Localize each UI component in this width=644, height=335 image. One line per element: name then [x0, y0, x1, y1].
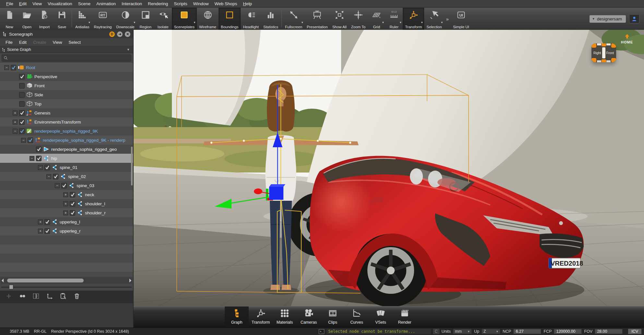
- toolbar-item-transform[interactable]: Transform▼: [403, 8, 424, 30]
- scroll-left-icon[interactable]: [2, 279, 4, 282]
- up-axis-dropdown[interactable]: Z ▼: [482, 329, 500, 334]
- toolbar-overflow-button[interactable]: »: [444, 8, 451, 30]
- menu-web-shops[interactable]: Web Shops: [212, 1, 240, 6]
- slider-handle[interactable]: [9, 285, 13, 289]
- cube-corner[interactable]: [591, 43, 596, 48]
- cube-corner[interactable]: [611, 43, 616, 48]
- dock-item-clips[interactable]: Clips: [321, 306, 345, 328]
- chevron-down-icon[interactable]: ▼: [193, 21, 196, 24]
- units-dropdown[interactable]: mm ▼: [453, 329, 472, 334]
- menu-rendering[interactable]: Rendering: [145, 1, 171, 6]
- detach-panel-button[interactable]: D: [109, 31, 115, 37]
- tree-row-renderpeople-sophia-rigged-9k-renderp[interactable]: −renderpeople_sophia_rigged_9K - renderp: [0, 136, 133, 145]
- expand-icon[interactable]: +: [63, 210, 68, 215]
- menu-file[interactable]: File: [3, 1, 16, 6]
- dock-item-curves[interactable]: Curves: [345, 306, 369, 328]
- toolbar-item-ruler[interactable]: 0 1 2Ruler▼: [385, 8, 403, 30]
- menu-scene[interactable]: Scene: [75, 1, 93, 6]
- toolbar-item-selection[interactable]: Selection▼: [424, 8, 444, 30]
- paste-transform-icon[interactable]: [60, 293, 67, 301]
- view-cube[interactable]: Right Front: [591, 43, 616, 62]
- expand-icon[interactable]: +: [13, 120, 18, 125]
- visibility-checkbox[interactable]: [28, 138, 33, 143]
- visibility-checkbox[interactable]: [19, 119, 25, 125]
- toolbar-item-presentation[interactable]: Presentation: [304, 8, 330, 30]
- dock-item-transform[interactable]: Transform: [249, 306, 273, 328]
- undock-panel-button[interactable]: ➜: [117, 31, 123, 37]
- expand-icon[interactable]: +: [63, 201, 68, 206]
- tree-row-front[interactable]: Front: [0, 81, 133, 90]
- collapse-icon[interactable]: −: [21, 138, 26, 143]
- tree-row-root[interactable]: −Root: [0, 63, 133, 72]
- visibility-checkbox[interactable]: [19, 110, 25, 116]
- tree-horizontal-scrollbar[interactable]: [1, 277, 132, 284]
- tree-vertical-scrollbar[interactable]: [131, 147, 133, 185]
- scenegraph-menu-edit[interactable]: Edit: [16, 40, 30, 45]
- ncp-field[interactable]: 6.27: [513, 329, 541, 334]
- search-input[interactable]: [8, 56, 129, 60]
- toolbar-item-downscale[interactable]: Downscale▼: [114, 8, 137, 30]
- visibility-checkbox[interactable]: [53, 174, 58, 179]
- tree-row-hip[interactable]: −hip: [0, 154, 133, 163]
- transform-node-icon[interactable]: [46, 293, 53, 301]
- visibility-checkbox[interactable]: [61, 183, 67, 188]
- toolbar-item-zoom-to[interactable]: Zoom To: [349, 8, 368, 30]
- dock-item-render[interactable]: Render: [393, 306, 417, 328]
- measure-icon[interactable]: [32, 293, 40, 301]
- collapse-icon[interactable]: −: [13, 129, 18, 134]
- collapse-icon[interactable]: −: [30, 156, 34, 161]
- visibility-checkbox[interactable]: [70, 192, 75, 197]
- show-hidden-icon[interactable]: [19, 293, 26, 301]
- home-view-button[interactable]: HOME: [621, 34, 633, 44]
- collapse-icon[interactable]: −: [38, 165, 43, 170]
- tree-row-upperleg-l[interactable]: +upperleg_l: [0, 217, 133, 226]
- collapse-icon[interactable]: −: [4, 65, 9, 70]
- cube-face-front[interactable]: Front: [606, 51, 614, 55]
- menu-edit[interactable]: Edit: [16, 1, 30, 6]
- tree-row-genesis[interactable]: +AGenesis: [0, 108, 133, 117]
- toolbar-item-antialias[interactable]: Antialias▼: [73, 8, 91, 30]
- expand-icon[interactable]: +: [13, 111, 18, 115]
- dock-item-vsets[interactable]: VSets: [369, 306, 393, 328]
- close-panel-button[interactable]: ✕: [125, 31, 130, 37]
- visibility-checkbox[interactable]: [19, 74, 25, 79]
- toolbar-item-sceneplates[interactable]: Sceneplates▼: [172, 8, 197, 30]
- fcp-field[interactable]: 120000.00: [554, 329, 582, 334]
- tree-row-shoulder-r[interactable]: +shoulder_r: [0, 208, 133, 217]
- toolbar-item-isolate[interactable]: Isolate: [154, 8, 172, 30]
- expand-icon[interactable]: +: [38, 229, 43, 233]
- visibility-checkbox[interactable]: [44, 228, 50, 234]
- cube-corner[interactable]: [611, 58, 616, 62]
- chevron-down-icon[interactable]: ▼: [133, 21, 136, 24]
- dock-item-graph[interactable]: Graph: [225, 306, 249, 328]
- menu-interaction[interactable]: Interaction: [119, 1, 145, 6]
- tree-row-environmentstransform[interactable]: +EnvironmentsTransform: [0, 117, 133, 126]
- menu-window[interactable]: Window: [190, 1, 212, 6]
- tree-row-top[interactable]: Top: [0, 99, 133, 108]
- cube-face-right[interactable]: Right: [593, 51, 601, 55]
- menu-scripts[interactable]: Scripts: [171, 1, 190, 6]
- tree-row-spine-01[interactable]: −spine_01: [0, 163, 133, 172]
- chevron-down-icon[interactable]: ▼: [88, 21, 91, 24]
- toolbar-item-new[interactable]: New: [1, 8, 18, 30]
- dock-item-cameras[interactable]: Cameras: [297, 306, 321, 328]
- cube-corner[interactable]: [591, 58, 596, 62]
- dock-item-materials[interactable]: Materials: [273, 306, 297, 328]
- chevron-down-icon[interactable]: ▼: [421, 21, 423, 24]
- collapse-icon[interactable]: −: [55, 183, 60, 188]
- cube-edge[interactable]: [602, 47, 605, 58]
- toolbar-item-import[interactable]: Import: [36, 8, 53, 30]
- toolbar-item-raytracing[interactable]: RTRaytracing: [91, 8, 114, 30]
- tree-zoom-slider[interactable]: [1, 284, 132, 290]
- expand-icon[interactable]: +: [63, 192, 68, 197]
- expand-icon[interactable]: +: [38, 220, 43, 224]
- chevron-down-icon[interactable]: ▼: [441, 21, 443, 24]
- toolbar-item-statistics[interactable]: Statistics: [261, 8, 280, 30]
- console-button[interactable]: C: [433, 329, 439, 334]
- tree-row-renderpeople-sophia-rigged-geo[interactable]: renderpeople_sophia_rigged_geo: [0, 145, 133, 154]
- render-viewport[interactable]: VRED2018: [134, 30, 644, 328]
- toolbar-item-grid[interactable]: Grid▼: [368, 8, 385, 30]
- fov-field[interactable]: 28.00: [595, 329, 623, 334]
- toolbar-item-open[interactable]: Open: [18, 8, 36, 30]
- tree-row-spine-03[interactable]: −spine_03: [0, 181, 133, 190]
